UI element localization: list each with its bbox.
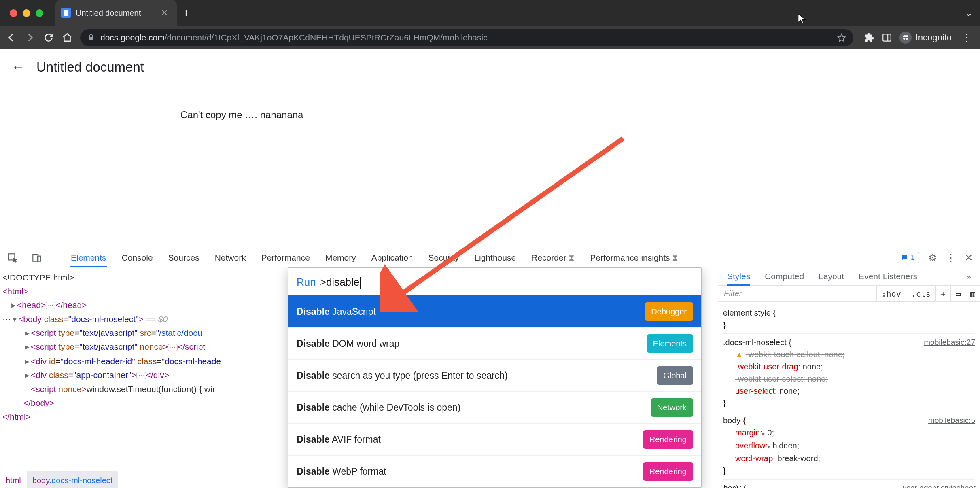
palette-query: disable bbox=[326, 276, 359, 288]
issues-badge[interactable]: 1 bbox=[897, 252, 919, 263]
extensions-icon[interactable] bbox=[864, 32, 874, 43]
address-bar[interactable]: docs.google.com/document/d/1ICpXl_VAKj1o… bbox=[80, 29, 853, 46]
page-title: Untitled document bbox=[36, 59, 144, 75]
cls-button[interactable]: .cls bbox=[906, 286, 936, 301]
source-link[interactable]: mobilebasic:27 bbox=[924, 336, 975, 348]
docs-favicon-icon bbox=[61, 8, 71, 18]
crumb-html[interactable]: html bbox=[0, 471, 27, 488]
zoom-window-button[interactable] bbox=[36, 9, 43, 17]
doc-header: ← Untitled document bbox=[0, 49, 980, 85]
back-button[interactable] bbox=[6, 32, 17, 43]
tab-security[interactable]: Security bbox=[427, 249, 460, 267]
styles-tab-listeners[interactable]: Event Listeners bbox=[859, 272, 917, 281]
svg-point-2 bbox=[903, 38, 905, 40]
url-path: /document/d/1ICpXl_VAKj1oO7ApKCdNEHHTdqU… bbox=[165, 33, 488, 42]
incognito-label: Incognito bbox=[916, 32, 952, 43]
tab-title: Untitled document bbox=[76, 8, 154, 18]
toggle-computed-icon[interactable]: ▥ bbox=[965, 286, 980, 301]
new-rule-button[interactable]: + bbox=[936, 286, 951, 301]
source-ua: user agent stylesheet bbox=[902, 482, 975, 488]
text-cursor bbox=[360, 277, 361, 289]
browser-toolbar: docs.google.com/document/d/1ICpXl_VAKj1o… bbox=[0, 26, 980, 49]
incognito-indicator[interactable]: Incognito bbox=[899, 32, 952, 44]
incognito-icon bbox=[899, 32, 912, 44]
svg-rect-0 bbox=[883, 34, 891, 41]
close-window-button[interactable] bbox=[10, 9, 17, 17]
rule-element-style[interactable]: element.style { bbox=[723, 307, 975, 319]
window-controls bbox=[0, 0, 51, 26]
palette-item[interactable]: Disable AVIF formatRendering bbox=[288, 423, 701, 455]
palette-item[interactable]: Disable search as you type (press Enter … bbox=[288, 359, 701, 391]
tab-elements[interactable]: Elements bbox=[70, 249, 107, 267]
palette-item[interactable]: Disable JavaScriptDebugger bbox=[288, 295, 701, 327]
minimize-window-button[interactable] bbox=[23, 9, 30, 17]
inspect-element-icon[interactable] bbox=[7, 252, 18, 263]
close-tab-icon[interactable]: ✕ bbox=[159, 8, 170, 18]
browser-tab[interactable]: Untitled document ✕ bbox=[55, 0, 177, 26]
devtools-tab-bar: Elements Console Sources Network Perform… bbox=[0, 248, 980, 267]
chrome-menu-icon[interactable]: ⋮ bbox=[959, 32, 974, 44]
styles-tab-layout[interactable]: Layout bbox=[819, 272, 844, 281]
styles-more-tabs-icon[interactable]: » bbox=[966, 272, 971, 281]
source-link[interactable]: mobilebasic:5 bbox=[928, 414, 975, 426]
elements-breadcrumb: html body.docs-ml-noselect bbox=[0, 472, 118, 488]
command-palette: Run >disable Disable JavaScriptDebuggerD… bbox=[288, 267, 702, 488]
doc-text: Can't copy me …. nananana bbox=[180, 109, 303, 120]
palette-item[interactable]: Disable cache (while DevTools is open)Ne… bbox=[288, 391, 701, 423]
device-toolbar-icon[interactable] bbox=[32, 252, 42, 263]
palette-run-label: Run bbox=[297, 275, 316, 289]
command-palette-input[interactable]: Run >disable bbox=[288, 268, 701, 295]
document-body: Can't copy me …. nananana bbox=[0, 85, 980, 121]
styles-filter-input[interactable]: Filter bbox=[718, 286, 877, 301]
settings-gear-icon[interactable]: ⚙ bbox=[928, 252, 937, 263]
new-tab-button[interactable]: + bbox=[177, 0, 195, 26]
hov-button[interactable]: :hov bbox=[877, 286, 906, 301]
side-panel-icon[interactable] bbox=[882, 32, 892, 43]
tab-memory[interactable]: Memory bbox=[325, 249, 357, 267]
styles-tab-computed[interactable]: Computed bbox=[765, 272, 804, 281]
styles-pane: Styles Computed Layout Event Listeners »… bbox=[718, 267, 980, 488]
tab-network[interactable]: Network bbox=[214, 249, 247, 267]
lock-icon bbox=[87, 34, 95, 41]
tab-application[interactable]: Application bbox=[371, 249, 414, 267]
crumb-body[interactable]: body.docs-ml-noselect bbox=[27, 471, 119, 488]
tab-performance[interactable]: Performance bbox=[261, 249, 311, 267]
tab-console[interactable]: Console bbox=[121, 249, 154, 267]
warning-icon: ▲ bbox=[735, 350, 743, 359]
palette-item[interactable]: Disable DOM word wrapElements bbox=[288, 327, 701, 359]
style-rules[interactable]: element.style { } mobilebasic:27 .docs-m… bbox=[718, 302, 980, 488]
elements-tree[interactable]: <!DOCTYPE html> <html> ▸<head>⋯</head> ⋯… bbox=[0, 267, 718, 488]
back-arrow-icon[interactable]: ← bbox=[11, 59, 25, 75]
url-host: docs.google.com bbox=[100, 33, 165, 42]
home-button[interactable] bbox=[62, 32, 73, 43]
styles-tab-styles[interactable]: Styles bbox=[727, 272, 750, 281]
tab-search-icon[interactable]: ⌄ bbox=[965, 7, 973, 19]
browser-tab-strip: Untitled document ✕ + ⌄ bbox=[0, 0, 980, 26]
devtools-menu-icon[interactable]: ⋮ bbox=[946, 252, 956, 263]
bookmark-star-icon[interactable] bbox=[837, 33, 846, 42]
device-mode-icon[interactable]: ▭ bbox=[951, 286, 965, 301]
tab-perf-insights[interactable]: Performance insights ⧗ bbox=[589, 249, 679, 267]
tab-recorder[interactable]: Recorder ⧗ bbox=[530, 249, 575, 267]
palette-item[interactable]: Disable WebP formatRendering bbox=[288, 455, 701, 487]
tab-sources[interactable]: Sources bbox=[168, 249, 200, 267]
svg-point-3 bbox=[906, 38, 908, 40]
forward-button[interactable] bbox=[24, 32, 36, 43]
styles-tab-bar: Styles Computed Layout Event Listeners » bbox=[718, 267, 980, 286]
tab-lighthouse[interactable]: Lighthouse bbox=[473, 249, 517, 267]
close-devtools-icon[interactable]: ✕ bbox=[965, 252, 973, 263]
devtools-panel: Elements Console Sources Network Perform… bbox=[0, 248, 980, 488]
reload-button[interactable] bbox=[43, 32, 54, 43]
styles-toolbar: Filter :hov .cls + ▭ ▥ bbox=[718, 286, 980, 302]
